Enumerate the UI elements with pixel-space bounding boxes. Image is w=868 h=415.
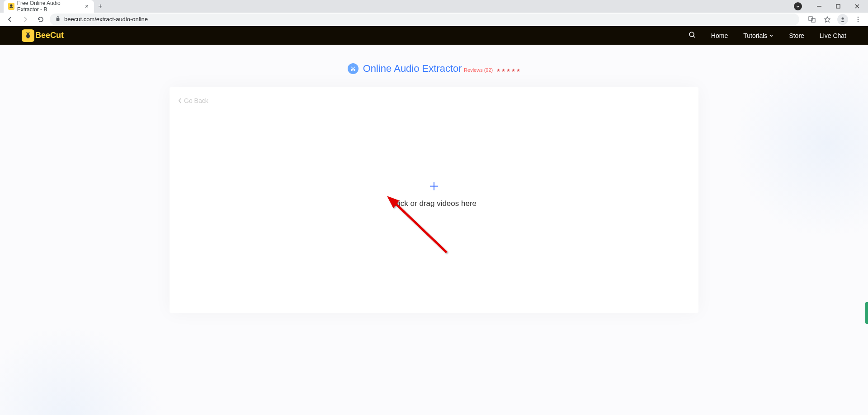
- svg-point-9: [858, 16, 859, 18]
- browser-toolbar: beecut.com/extract-audio-online: [0, 13, 868, 26]
- reviews-link[interactable]: Reviews (92): [464, 67, 493, 73]
- svg-rect-2: [836, 5, 840, 8]
- tab-favicon: [8, 3, 14, 10]
- plus-icon: [392, 181, 476, 194]
- profile-avatar[interactable]: [836, 13, 849, 26]
- upload-panel: Go Back Click or drag videos here: [170, 87, 698, 313]
- svg-line-15: [29, 33, 30, 33]
- bee-logo-icon: [22, 29, 34, 42]
- nav-tutorials[interactable]: Tutorials: [743, 32, 774, 39]
- browser-titlebar: Free Online Audio Extractor - B × +: [0, 0, 868, 13]
- search-icon[interactable]: [689, 31, 696, 40]
- toolbar-right-icons: [802, 13, 864, 26]
- svg-point-13: [27, 33, 29, 34]
- drop-zone[interactable]: Click or drag videos here: [392, 181, 476, 208]
- nav-home[interactable]: Home: [711, 32, 728, 39]
- star-icon: ★: [511, 68, 515, 73]
- chevron-down-icon: [769, 33, 774, 38]
- minimize-button[interactable]: [811, 0, 827, 13]
- address-bar[interactable]: beecut.com/extract-audio-online: [50, 14, 799, 25]
- svg-line-14: [26, 33, 27, 33]
- brand-name: BeeCut: [35, 31, 64, 40]
- tab-title: Free Online Audio Extractor - B: [17, 0, 81, 13]
- drop-zone-text: Click or drag videos here: [392, 199, 476, 208]
- music-scissors-icon: [348, 63, 359, 74]
- title-block: Online Audio Extractor Reviews (92) ★ ★ …: [0, 63, 868, 75]
- star-icon: ★: [516, 68, 520, 73]
- svg-point-16: [689, 32, 694, 37]
- bg-decoration: [732, 49, 868, 239]
- page-title: Online Audio Extractor: [363, 63, 462, 75]
- main-nav: Home Tutorials Store Live Chat: [689, 31, 846, 40]
- svg-line-17: [693, 36, 695, 37]
- nav-tutorials-label: Tutorials: [743, 32, 767, 39]
- nav-live-chat[interactable]: Live Chat: [820, 32, 846, 39]
- page-content: Online Audio Extractor Reviews (92) ★ ★ …: [0, 45, 868, 415]
- chevron-left-icon: [178, 98, 182, 104]
- url-text: beecut.com/extract-audio-online: [64, 16, 148, 23]
- back-button[interactable]: [4, 13, 16, 26]
- go-back-label: Go Back: [184, 97, 208, 104]
- maximize-button[interactable]: [830, 0, 846, 13]
- svg-point-10: [858, 19, 859, 20]
- star-rating: ★ ★ ★ ★ ★: [496, 68, 520, 73]
- svg-point-8: [842, 17, 844, 19]
- go-back-button[interactable]: Go Back: [178, 97, 208, 104]
- svg-point-12: [26, 34, 30, 38]
- brand-logo[interactable]: BeeCut: [22, 29, 64, 42]
- forward-button[interactable]: [19, 13, 32, 26]
- account-chip-icon[interactable]: [794, 2, 802, 10]
- svg-point-11: [858, 21, 859, 22]
- svg-rect-5: [57, 18, 60, 21]
- lock-icon: [55, 16, 61, 23]
- star-icon: ★: [501, 68, 505, 73]
- site-header: BeeCut Home Tutorials Store Live Chat: [0, 26, 868, 45]
- close-icon[interactable]: ×: [84, 3, 90, 9]
- bg-decoration: [0, 325, 163, 415]
- nav-store[interactable]: Store: [789, 32, 804, 39]
- browser-tab[interactable]: Free Online Audio Extractor - B ×: [4, 0, 94, 13]
- new-tab-button[interactable]: +: [94, 0, 107, 13]
- star-icon: ★: [496, 68, 500, 73]
- svg-point-0: [10, 5, 12, 7]
- star-icon: ★: [506, 68, 510, 73]
- window-controls: [794, 0, 868, 13]
- reload-button[interactable]: [34, 13, 47, 26]
- kebab-menu-icon[interactable]: [852, 13, 864, 26]
- tabs-area: Free Online Audio Extractor - B × +: [0, 0, 107, 13]
- bookmark-star-icon[interactable]: [821, 13, 834, 26]
- translate-icon[interactable]: [806, 13, 818, 26]
- side-accent: [865, 302, 868, 324]
- close-window-button[interactable]: [849, 0, 865, 13]
